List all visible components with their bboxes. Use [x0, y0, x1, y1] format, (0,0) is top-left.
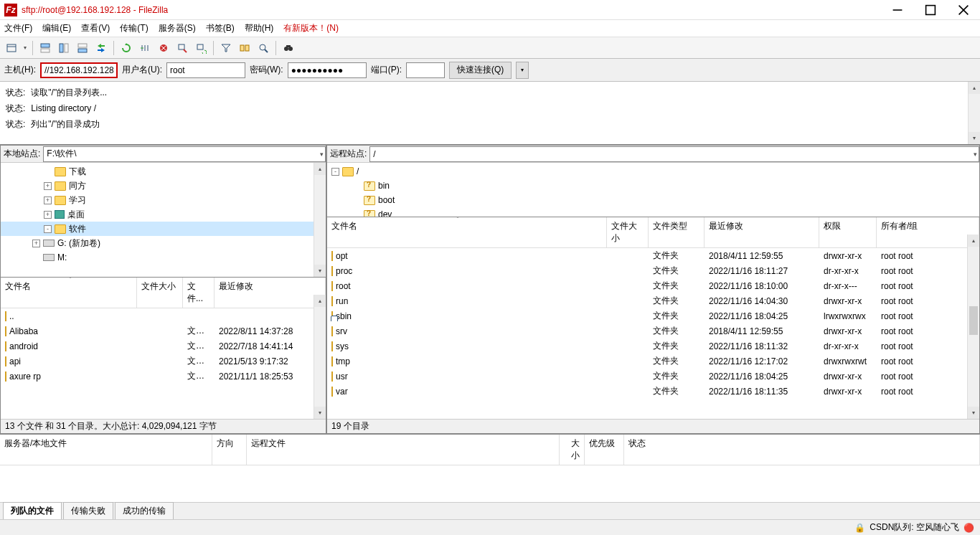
local-pane: 本地站点: F:\软件\▾ 下载+同方+学习+桌面-软件+G: (新加卷)M: …: [0, 145, 326, 434]
folder-icon: [331, 311, 333, 321]
list-item[interactable]: api文件...2021/5/13 9:17:32: [1, 354, 326, 369]
host-input[interactable]: [40, 62, 118, 78]
tab-failed[interactable]: 传输失败: [63, 502, 113, 519]
filter-button[interactable]: [217, 39, 235, 57]
remote-site-combo[interactable]: /▾: [369, 146, 979, 162]
sitemanager-dropdown[interactable]: ▾: [22, 39, 29, 57]
list-item[interactable]: Alibaba文件...2022/8/11 14:37:28: [1, 323, 326, 338]
disconnect-button[interactable]: [174, 39, 191, 57]
remote-list-scrollbar[interactable]: ▴▾: [967, 235, 979, 419]
refresh-button[interactable]: [118, 39, 135, 57]
maximize-button[interactable]: [914, 0, 947, 20]
local-tree[interactable]: 下载+同方+学习+桌面-软件+G: (新加卷)M: ▴▾: [1, 163, 326, 278]
quickconnect-button[interactable]: 快速连接(Q): [449, 62, 512, 79]
password-input[interactable]: [288, 62, 367, 78]
menu-file[interactable]: 文件(F): [4, 22, 32, 34]
folder-icon: [331, 341, 333, 351]
svg-line-24: [265, 49, 268, 52]
list-item[interactable]: srv文件夹2018/4/11 12:59:55drwxr-xr-xroot r…: [327, 323, 979, 338]
queue-header[interactable]: 服务器/本地文件 方向 远程文件 大小 优先级 状态: [0, 435, 980, 465]
quickconnect-bar: 主机(H): 用户名(U): 密码(W): 端口(P): 快速连接(Q) ▾: [0, 59, 980, 82]
list-item[interactable]: sys文件夹2022/11/16 18:11:32dr-xr-xr-xroot …: [327, 338, 979, 354]
list-item[interactable]: axure rp文件...2021/11/1 18:25:53: [1, 369, 326, 384]
username-input[interactable]: [166, 62, 245, 78]
toggle-log-button[interactable]: [37, 39, 54, 57]
list-item[interactable]: opt文件夹2018/4/11 12:59:55drwxr-xr-xroot r…: [327, 248, 979, 263]
col-filetype: 文件...: [183, 278, 215, 308]
svg-rect-6: [41, 44, 50, 47]
tree-item[interactable]: M:: [1, 250, 326, 265]
port-label: 端口(P):: [371, 64, 402, 76]
menu-bookmarks[interactable]: 书签(B): [206, 22, 235, 34]
local-site-label: 本地站点:: [1, 148, 43, 160]
tree-item[interactable]: 下载: [1, 164, 326, 179]
remote-list-header[interactable]: ˄文件名 文件大小 文件类型 最近修改 权限 所有者/组: [327, 217, 979, 248]
svg-rect-1: [926, 5, 936, 14]
menu-help[interactable]: 帮助(H): [245, 22, 274, 34]
tree-item[interactable]: dev: [327, 207, 979, 217]
col-filesize: 文件大小: [607, 217, 649, 247]
transfer-queue[interactable]: 服务器/本地文件 方向 远程文件 大小 优先级 状态: [0, 434, 980, 502]
toggle-queue-button[interactable]: [74, 39, 91, 57]
tab-queued[interactable]: 列队的文件: [3, 502, 62, 519]
list-item[interactable]: sbin文件夹2022/11/16 18:04:25lrwxrwxrwxroot…: [327, 308, 979, 323]
menu-view[interactable]: 查看(V): [81, 22, 110, 34]
local-tree-scrollbar[interactable]: ▴▾: [314, 163, 326, 277]
port-input[interactable]: [406, 62, 445, 78]
tree-item[interactable]: +G: (新加卷): [1, 236, 326, 250]
menu-server[interactable]: 服务器(S): [159, 22, 196, 34]
tree-item[interactable]: +学习: [1, 193, 326, 207]
list-item[interactable]: var文件夹2022/11/16 18:11:35drwxr-xr-xroot …: [327, 384, 979, 399]
close-button[interactable]: [947, 0, 980, 20]
folder-unknown-icon: [364, 210, 375, 218]
folder-icon: [331, 296, 333, 306]
cancel-button[interactable]: [155, 39, 172, 57]
toggle-tree-button[interactable]: [55, 39, 72, 57]
sitemanager-button[interactable]: [3, 39, 20, 57]
drive-icon: [43, 254, 55, 261]
reconnect-button[interactable]: [192, 39, 209, 57]
sync-browse-button[interactable]: [93, 39, 110, 57]
log-panel[interactable]: 状态: 读取"/"的目录列表...状态: Listing directory /…: [0, 82, 980, 145]
window-title: sftp://root@192.168.192.128 - FileZilla: [22, 5, 881, 15]
menu-transfer[interactable]: 传输(T): [120, 22, 148, 34]
folder-icon: [331, 356, 333, 366]
folder-icon: [55, 167, 66, 176]
remote-tree[interactable]: -/binbootdev: [327, 163, 979, 217]
search-button[interactable]: [255, 39, 272, 57]
menu-edit[interactable]: 编辑(E): [42, 22, 71, 34]
list-item[interactable]: proc文件夹2022/11/16 18:11:27dr-xr-xr-xroot…: [327, 263, 979, 278]
folder-icon: [5, 371, 6, 382]
tree-item[interactable]: bin: [327, 179, 979, 193]
log-line: 状态: 读取"/"的目录列表...: [6, 85, 974, 100]
list-item[interactable]: tmp文件夹2022/11/16 12:17:02drwxrwxrwtroot …: [327, 354, 979, 369]
menu-new-version[interactable]: 有新版本！(N): [283, 22, 339, 34]
folder-icon: [331, 387, 333, 397]
process-queue-button[interactable]: [136, 39, 154, 57]
list-item[interactable]: android文件...2022/7/18 14:41:14: [1, 338, 326, 354]
list-item[interactable]: ..: [1, 308, 326, 323]
log-scrollbar[interactable]: ▴▾: [968, 82, 980, 144]
local-list-header[interactable]: ˄文件名 文件大小 文件... 最近修改: [1, 278, 326, 308]
local-list-scrollbar[interactable]: ▴▾: [314, 295, 326, 419]
compare-button[interactable]: [236, 39, 253, 57]
local-file-list[interactable]: ˄文件名 文件大小 文件... 最近修改 .. Alibaba文件...2022…: [1, 278, 326, 419]
tree-item[interactable]: +同方: [1, 179, 326, 193]
minimize-button[interactable]: [881, 0, 914, 20]
local-site-combo[interactable]: F:\软件\▾: [43, 146, 326, 162]
remote-file-list[interactable]: ˄文件名 文件大小 文件类型 最近修改 权限 所有者/组 opt文件夹2018/…: [327, 217, 979, 419]
tree-item[interactable]: boot: [327, 193, 979, 207]
col-filesize: 文件大小: [137, 278, 183, 308]
list-item[interactable]: root文件夹2022/11/16 18:10:00dr-xr-x---root…: [327, 278, 979, 293]
tree-item[interactable]: -/: [327, 164, 979, 179]
col-remote-file: 远程文件: [247, 435, 560, 465]
folder-icon: [55, 196, 66, 205]
tree-item[interactable]: -软件: [1, 222, 326, 236]
list-item[interactable]: usr文件夹2022/11/16 18:04:25drwxr-xr-xroot …: [327, 369, 979, 384]
col-modified: 最近修改: [705, 217, 819, 247]
list-item[interactable]: run文件夹2022/11/16 14:04:30drwxr-xr-xroot …: [327, 293, 979, 308]
quickconnect-dropdown[interactable]: ▾: [516, 62, 529, 79]
tab-success[interactable]: 成功的传输: [115, 502, 174, 519]
tree-item[interactable]: +桌面: [1, 207, 326, 222]
binoculars-button[interactable]: [280, 39, 297, 57]
